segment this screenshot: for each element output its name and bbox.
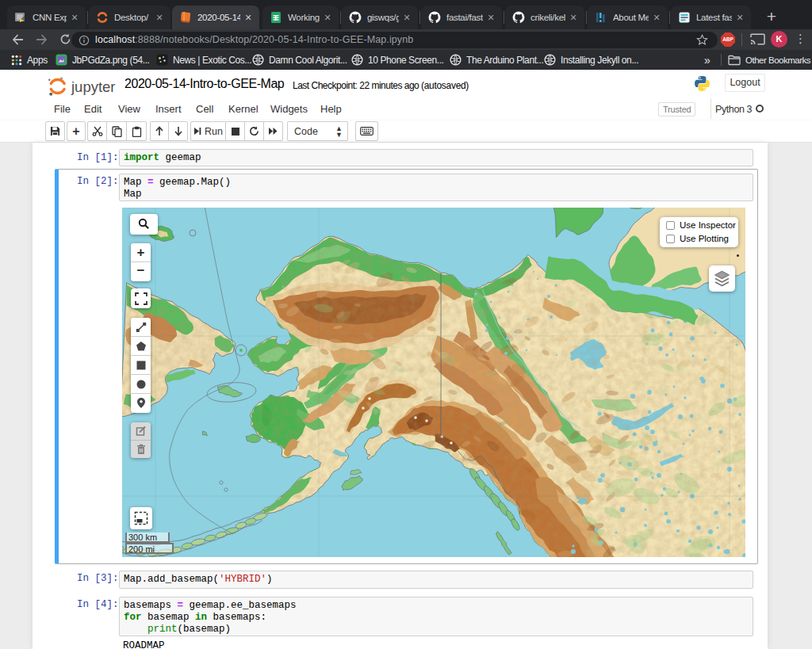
svg-text:jupyter: jupyter — [71, 78, 116, 95]
